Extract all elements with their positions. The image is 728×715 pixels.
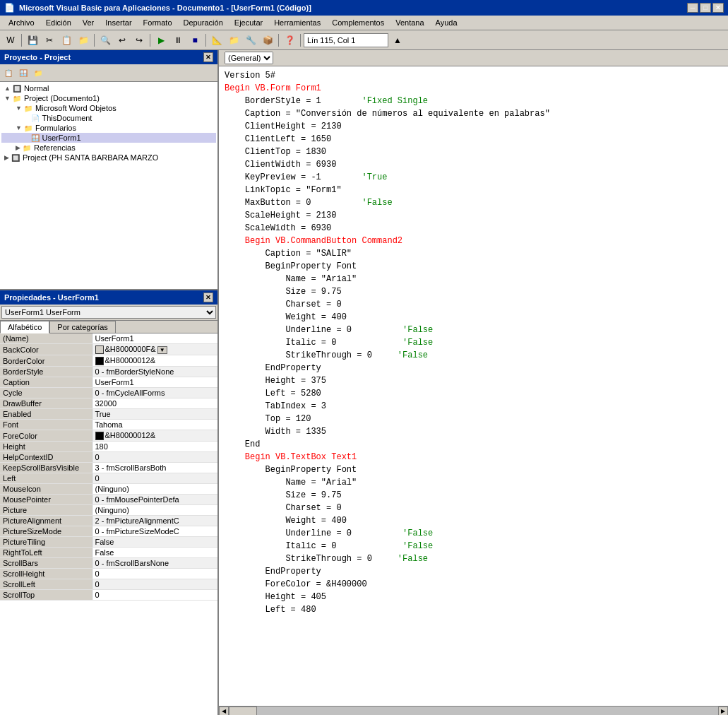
maximize-button[interactable]: □ [700,3,711,13]
toolbar-btn-copy[interactable]: 📋 [59,32,74,48]
toolbar-btn-cut[interactable]: ✂ [42,32,57,48]
prop-value[interactable]: 3 - fmScrollBarsBoth [92,463,217,473]
table-row[interactable]: ScrollTop0 [0,590,217,601]
prop-value[interactable]: &H8000000F&▼ [92,344,217,355]
scroll-track[interactable] [229,707,718,715]
menu-item-depuración[interactable]: Depuración [178,17,229,28]
prop-value[interactable]: 0 [92,452,217,463]
table-row[interactable]: ScrollLeft0 [0,579,217,590]
horizontal-scrollbar[interactable]: ◀ ▶ [219,706,728,715]
toolbar-btn-find[interactable]: 🔍 [97,32,113,48]
toolbar-btn-paste[interactable]: 📁 [76,32,91,48]
menu-item-archivo[interactable]: Archivo [3,17,40,28]
table-row[interactable]: Height180 [0,442,217,452]
code-object-dropdown[interactable]: (General) [225,52,273,64]
tree-item-project2[interactable]: ▶ 🔲 Project (PH SANTA BARBARA MARZO [1,153,216,162]
code-body[interactable]: Version 5#Begin VB.Form Form1 BorderStyl… [219,66,728,706]
toolbar-btn-undo[interactable]: ↩ [114,32,130,48]
prop-value[interactable]: 0 - fmMousePointerDefa [92,495,217,505]
prop-value[interactable]: False [92,537,217,548]
toolbar-btn-redo[interactable]: ↪ [131,32,147,48]
prop-value[interactable]: 0 [92,579,217,590]
table-row[interactable]: HelpContextID0 [0,452,217,463]
table-row[interactable]: CaptionUserForm1 [0,377,217,388]
tree-item-project[interactable]: ▼ 📁 Project (Documento1) [1,93,216,103]
prop-value[interactable]: Tahoma [92,420,217,430]
project-close-button[interactable]: ✕ [203,52,213,62]
prop-value[interactable]: (Ninguno) [92,484,217,495]
toolbar-btn-help[interactable]: ❓ [282,32,297,48]
tree-item-forms[interactable]: ▼ 📁 Formularios [1,123,216,133]
tab-alfabetico[interactable]: Alfabético [0,321,49,333]
prop-value[interactable]: UserForm1 [92,377,217,388]
menu-item-ayuda[interactable]: Ayuda [430,17,463,28]
dropdown-icon[interactable]: ▼ [157,346,167,354]
tree-item-refs[interactable]: ▶ 📁 Referencias [1,143,216,153]
table-row[interactable]: KeepScrollBarsVisible3 - fmScrollBarsBot… [0,463,217,473]
properties-close-button[interactable]: ✕ [203,292,213,302]
table-row[interactable]: RightToLeftFalse [0,548,217,558]
tab-por-categorias[interactable]: Por categorías [49,321,116,333]
table-row[interactable]: BackColor&H8000000F&▼ [0,344,217,355]
table-row[interactable]: Cycle0 - fmCycleAllForms [0,388,217,398]
close-button[interactable]: ✕ [712,3,724,13]
menu-item-ejecutar[interactable]: Ejecutar [229,17,268,28]
prop-value[interactable]: 0 [92,473,217,484]
prop-value[interactable]: 0 - fmCycleAllForms [92,388,217,398]
table-row[interactable]: PictureTilingFalse [0,537,217,548]
toolbar-btn-props[interactable]: 🔧 [243,32,258,48]
menu-item-ver[interactable]: Ver [77,17,100,28]
prop-value[interactable]: 0 [92,590,217,601]
toolbar-btn-save[interactable]: 💾 [25,32,40,48]
prop-value[interactable]: UserForm1 [92,333,217,344]
table-row[interactable]: MouseIcon(Ninguno) [0,484,217,495]
table-row[interactable]: DrawBuffer32000 [0,398,217,409]
table-row[interactable]: BorderColor&H80000012& [0,355,217,367]
prop-value[interactable]: &H80000012& [92,355,217,367]
prop-value[interactable]: 2 - fmPictureAlignmentC [92,516,217,526]
prop-value[interactable]: 0 - fmBorderStyleNone [92,367,217,377]
prop-value[interactable]: 0 - fmScrollBarsNone [92,558,217,569]
table-row[interactable]: BorderStyle0 - fmBorderStyleNone [0,367,217,377]
tree-item-normal[interactable]: ▲ 🔲 Normal [1,83,216,93]
table-row[interactable]: FontTahoma [0,420,217,430]
scroll-thumb[interactable] [229,707,257,715]
table-row[interactable]: MousePointer0 - fmMousePointerDefa [0,495,217,505]
table-row[interactable]: Left0 [0,473,217,484]
table-row[interactable]: (Name)UserForm1 [0,333,217,344]
menu-item-complementos[interactable]: Complementos [326,17,390,28]
tree-item-this-doc[interactable]: 📄 ThisDocument [1,113,216,123]
prop-value[interactable]: True [92,409,217,420]
toolbar-btn-stop[interactable]: ■ [187,32,203,48]
toolbar-btn-word[interactable]: W [3,32,18,48]
toolbar-btn-design[interactable]: 📐 [209,32,225,48]
prop-value[interactable]: False [92,548,217,558]
table-row[interactable]: ScrollBars0 - fmScrollBarsNone [0,558,217,569]
project-view-form-btn[interactable]: 🪟 [16,66,30,80]
menu-item-edición[interactable]: Edición [40,17,77,28]
scroll-left-btn[interactable]: ◀ [219,707,229,716]
prop-value[interactable]: 32000 [92,398,217,409]
prop-value[interactable]: (Ninguno) [92,505,217,516]
table-row[interactable]: PictureSizeMode0 - fmPictureSizeModeC [0,526,217,537]
toolbar-btn-run[interactable]: ▶ [153,32,169,48]
menu-item-formato[interactable]: Formato [138,17,178,28]
table-row[interactable]: ScrollHeight0 [0,569,217,579]
toolbar-btn-pause[interactable]: ⏸ [170,32,186,48]
menu-item-ventana[interactable]: Ventana [390,17,429,28]
toolbar-btn-obj[interactable]: 📦 [260,32,275,48]
project-toggle-btn[interactable]: 📁 [31,66,45,80]
prop-value[interactable]: 0 [92,569,217,579]
minimize-button[interactable]: ─ [687,3,698,13]
menu-item-herramientas[interactable]: Herramientas [268,17,326,28]
table-row[interactable]: PictureAlignment2 - fmPictureAlignmentC [0,516,217,526]
prop-value[interactable]: 180 [92,442,217,452]
position-input[interactable] [304,33,388,47]
prop-value[interactable]: 0 - fmPictureSizeModeC [92,526,217,537]
table-row[interactable]: ForeColor&H80000012& [0,430,217,442]
prop-value[interactable]: &H80000012& [92,430,217,442]
table-row[interactable]: EnabledTrue [0,409,217,420]
toolbar-btn-prj[interactable]: 📁 [226,32,241,48]
table-row[interactable]: Picture(Ninguno) [0,505,217,516]
tree-item-word-objs[interactable]: ▼ 📁 Microsoft Word Objetos [1,103,216,113]
